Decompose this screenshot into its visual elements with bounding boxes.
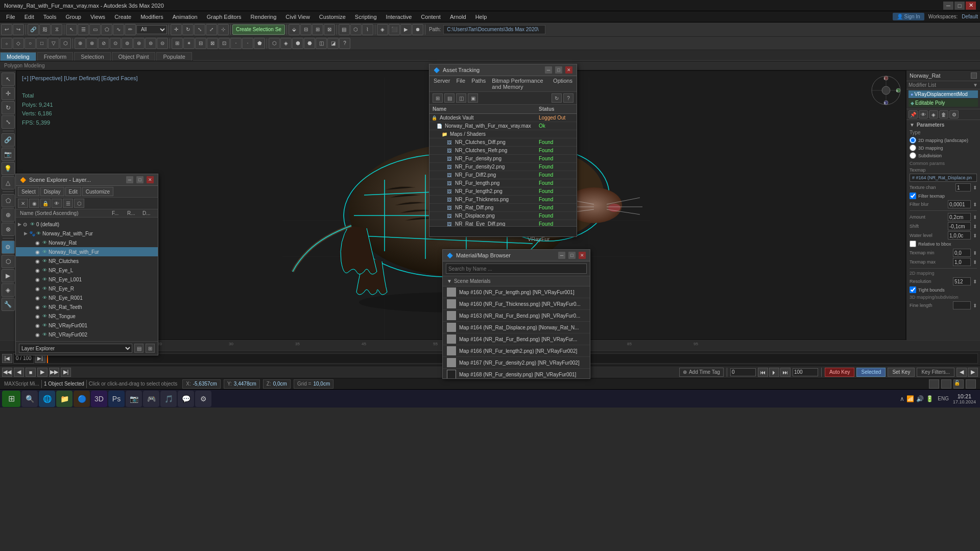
asset-menu-bitmap[interactable]: Bitmap Performance and Memory — [492, 78, 547, 90]
selected-btn[interactable]: Selected — [856, 368, 886, 377]
menu-content[interactable]: Content — [417, 13, 445, 21]
resolution-spinner[interactable]: ⬍ — [973, 279, 977, 284]
menu-tools[interactable]: Tools — [39, 13, 61, 21]
texmap-min-spinner[interactable]: ⬍ — [973, 250, 977, 256]
toolbar2-btn7[interactable]: ⊕ — [75, 38, 86, 49]
material-panel-close[interactable]: ✕ — [579, 252, 586, 259]
lt-move-btn[interactable]: ✛ — [2, 87, 15, 100]
asset-tb-btn4[interactable]: ▣ — [468, 93, 478, 103]
taskbar-icon-3dsmax[interactable]: 3D — [91, 391, 107, 407]
toolbar2-snap3[interactable]: ⊟ — [195, 38, 206, 49]
anim-next-frame-btn[interactable]: ▶▶ — [49, 368, 59, 377]
material-item[interactable]: Map #160 (NR_Fur_Thickness.png) [NR_VRay… — [443, 298, 590, 310]
amount-spinner[interactable]: ⬍ — [973, 214, 977, 220]
asset-row[interactable]: 🖼 NR_Clutches_Diff.png Found — [429, 138, 577, 147]
tree-item[interactable]: ◉ 👁 NR_VRayFur001 — [16, 321, 158, 330]
select-object-btn[interactable]: ↖ — [66, 24, 77, 35]
texmap-max-spinner[interactable]: ⬍ — [973, 259, 977, 265]
select-scale-btn[interactable]: ⤢ — [206, 24, 217, 35]
tree-eye[interactable]: 👁 — [42, 268, 49, 273]
lt-spacewarp-btn[interactable]: ⊗ — [2, 223, 15, 236]
toolbar2-btn10[interactable]: ⊙ — [110, 38, 121, 49]
lt-link-btn[interactable]: 🔗 — [2, 133, 15, 147]
tree-item[interactable]: ◉ 👁 NR_Clutches — [16, 256, 158, 266]
asset-row[interactable]: 🖼 NR_Rat_Eye_Diff.png Found — [429, 220, 577, 226]
type-2d-radio[interactable] — [910, 137, 916, 143]
asset-refresh-btn[interactable]: ↻ — [552, 93, 562, 103]
toolbar2-btn5[interactable]: ▽ — [48, 38, 59, 49]
menu-arnold[interactable]: Arnold — [446, 13, 470, 21]
render-setup-btn[interactable]: ⬛ — [389, 24, 400, 35]
key-filters-btn[interactable]: Key Filters... — [917, 368, 954, 377]
tree-item[interactable]: ◉ 👁 NR_Eye_R001 — [16, 293, 158, 302]
scene-bottom-btn2[interactable]: ⊞ — [146, 344, 155, 353]
asset-tb-btn1[interactable]: ⊞ — [433, 93, 443, 103]
tree-item[interactable]: ◉ 👁 NR_Eye_R — [16, 284, 158, 293]
scene-materials-header[interactable]: ▼ Scene Materials — [443, 276, 590, 286]
tab-object-paint[interactable]: Object Paint — [112, 52, 156, 61]
material-item[interactable]: Map #160 (NR_Fur_length.png) [NR_VRayFur… — [443, 286, 590, 298]
tree-item[interactable]: ◉ 👁 NR_Rat_Teeth — [16, 302, 158, 312]
material-item[interactable]: Map #166 (NR_Fur_length2.png) [NR_VRayFu… — [443, 345, 590, 357]
asset-row[interactable]: 🖼 NR_Fur_Thickness.png Found — [429, 196, 577, 204]
anim-stop-btn[interactable]: ■ — [26, 368, 36, 377]
scene-icon-btn1[interactable]: ◉ — [29, 199, 39, 208]
water-level-spinner[interactable]: ⬍ — [973, 233, 977, 238]
material-item[interactable]: Map #164 (NR_Rat_Displace.png) [Norway_R… — [443, 322, 590, 333]
asset-menu-file[interactable]: File — [456, 78, 465, 90]
toolbar2-snap2[interactable]: ✴ — [183, 38, 195, 49]
toolbar2-btn3[interactable]: ○ — [25, 38, 36, 49]
lt-display-btn[interactable]: ◈ — [2, 283, 15, 297]
status-lock-icon[interactable]: 🔓 — [953, 379, 964, 389]
taskbar-icon-app3[interactable]: 🎵 — [160, 391, 177, 407]
asset-row[interactable]: 📄 Norway_Rat_with_Fur_max_vray.max Ok — [429, 122, 577, 130]
maximize-btn[interactable]: □ — [954, 2, 965, 10]
toolbar2-render6[interactable]: ◪ — [327, 38, 339, 49]
tab-freeform[interactable]: Freeform — [37, 52, 74, 61]
asset-row[interactable]: 🖼 NR_Fur_density2.png Found — [429, 163, 577, 171]
lt-rotate-btn[interactable]: ↻ — [2, 101, 15, 114]
filter-dropdown[interactable]: All — [136, 25, 167, 34]
menu-file[interactable]: File — [2, 13, 19, 21]
nav-next-btn[interactable]: ▶ — [968, 368, 978, 377]
asset-rows-container[interactable]: 🔒 Autodesk Vault Logged Out 📄 Norway_Rat… — [429, 114, 577, 226]
asset-panel-close[interactable]: ✕ — [565, 66, 572, 74]
tree-eye[interactable]: 👁 — [42, 295, 49, 300]
toolbar2-snap7[interactable]: ⬞ — [242, 38, 253, 49]
toolbar2-btn8[interactable]: ⊗ — [86, 38, 98, 49]
material-panel-minimize[interactable]: ─ — [558, 252, 565, 259]
filter-texmap-check[interactable] — [910, 193, 916, 199]
amount-input[interactable] — [948, 213, 971, 221]
scene-panel-minimize[interactable]: ─ — [126, 176, 133, 183]
set-key-btn[interactable]: Set Key — [888, 368, 915, 377]
bind-space-warp-btn[interactable]: ⧖ — [51, 24, 62, 35]
menu-views[interactable]: Views — [86, 13, 109, 21]
texmap-value[interactable]: # #164 (NR_Rat_Displace.pn — [910, 174, 977, 182]
toolbar2-snap1[interactable]: ⊞ — [172, 38, 183, 49]
tree-item[interactable]: ◉ 👁 NR_Tongue — [16, 312, 158, 321]
tree-item[interactable]: ▶ ⊙ 👁 0 (default) — [16, 220, 158, 229]
asset-tb-btn2[interactable]: ▤ — [444, 93, 455, 103]
undo-btn[interactable]: ↩ — [1, 24, 12, 35]
toolbar2-btn13[interactable]: ⊜ — [145, 38, 156, 49]
scene-menu-customize[interactable]: Customize — [82, 187, 113, 196]
tree-item[interactable]: ◉ 👁 Norway_Rat — [16, 238, 158, 247]
tree-item[interactable]: ◉ 👁 NR_Eye_L — [16, 266, 158, 275]
anim-start-field[interactable] — [730, 368, 756, 376]
toolbar2-render5[interactable]: ◫ — [316, 38, 327, 49]
layer-explorer-select[interactable]: Layer Explorer — [19, 344, 132, 353]
menu-interactive[interactable]: Interactive — [382, 13, 416, 21]
type-subdiv-radio[interactable] — [910, 152, 916, 159]
shift-spinner[interactable]: ⬍ — [973, 224, 977, 229]
toolbar2-render3[interactable]: ⬢ — [292, 38, 303, 49]
status-icon3[interactable] — [966, 379, 976, 389]
tab-selection[interactable]: Selection — [74, 52, 110, 61]
fence-select-btn[interactable]: ⬠ — [101, 24, 112, 35]
scene-bottom-btn1[interactable]: ▤ — [134, 344, 144, 353]
menu-graph-editors[interactable]: Graph Editors — [203, 13, 246, 21]
texture-chan-input[interactable] — [955, 183, 971, 191]
add-time-tag-btn[interactable]: ⊕ Add Time Tag — [679, 368, 724, 377]
asset-row[interactable]: 🖼 NR_Fur_density.png Found — [429, 155, 577, 163]
scene-clear-btn[interactable]: ✕ — [18, 199, 28, 208]
curve-editor-btn[interactable]: ⌇ — [362, 24, 373, 35]
